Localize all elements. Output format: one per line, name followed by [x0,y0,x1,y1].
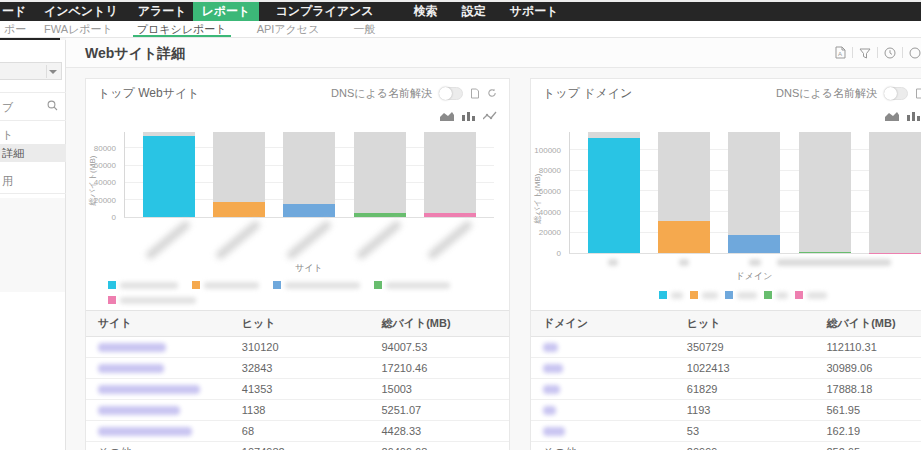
hits-value: 20999 [675,442,815,450]
top-nav-item-search[interactable]: 検索 [408,2,444,21]
area-chart-icon[interactable] [885,111,899,121]
top-nav-item-settings[interactable]: 設定 [456,2,492,21]
sub-nav-item-report[interactable]: ポート [0,21,28,37]
table-row: 11385251.07 [86,400,509,421]
panel-title: トップ ドメイン [543,85,632,102]
bar-domain-4[interactable] [799,132,851,253]
sidebar-item-2[interactable]: 用 [0,172,66,190]
hits-value: 41353 [230,379,370,400]
legend-swatch [108,296,116,304]
hits-value: 61829 [675,379,815,400]
domain-link-blurred[interactable] [543,427,565,436]
domain-link-blurred[interactable] [543,385,560,394]
domain-link-blurred[interactable] [543,364,563,373]
legend-item[interactable] [764,291,788,299]
domain-link-blurred[interactable] [543,406,556,415]
bytes-value: 162.19 [814,421,921,442]
legend-item[interactable] [273,281,360,289]
blurred-tick-label [777,259,891,266]
blurred-tick-label [215,220,262,261]
bar-domain-3[interactable] [728,132,780,253]
hits-value: 1138 [230,400,370,421]
sub-nav: ポート FWAレポート プロキシレポート APIアクセス 一般 [0,21,921,38]
line-chart-icon[interactable] [483,111,497,121]
bar-domain-1[interactable] [588,132,640,253]
y-axis-ticks: 020000400006000080000100000 [531,132,565,254]
legend-item[interactable] [795,291,827,299]
top-nav-item-compliance[interactable]: コンプライアンス [269,2,379,21]
domain-link-blurred[interactable] [543,343,558,352]
site-link-blurred[interactable] [98,364,164,373]
clock-icon[interactable] [884,47,896,59]
x-axis-label: ドメイン [569,270,921,283]
sub-nav-item-proxy-report[interactable]: プロキシレポート [133,21,231,37]
sub-nav-item-api-access[interactable]: APIアクセス [253,21,324,37]
sidebar-dropdown[interactable] [0,62,62,80]
panel-controls: DNSによる名前解決 [331,86,497,101]
bar-site-1[interactable] [143,132,195,217]
legend-item[interactable] [108,281,178,289]
area-chart-icon[interactable] [440,111,454,121]
top-nav-item-inventory[interactable]: インベントリ [38,2,124,21]
site-link-blurred[interactable] [98,343,166,352]
bar-chart-icon[interactable] [462,111,475,121]
site-link-blurred[interactable] [98,427,192,436]
bar-domain-5[interactable] [869,132,921,253]
blurred-tick-label [356,220,403,261]
column-header-site[interactable]: サイト [86,311,230,337]
pdf-export-icon[interactable]: A [834,46,846,59]
legend-item[interactable] [659,291,683,299]
legend-label-blurred [120,297,196,304]
legend-label-blurred [807,292,827,299]
top-nav-item-support[interactable]: サポート [504,2,565,21]
legend-item[interactable] [725,291,757,299]
column-header-bytes[interactable]: 総バイト(MB) [369,311,509,337]
top-nav-item-reports[interactable]: レポート [193,2,260,21]
refresh-icon[interactable] [487,88,497,98]
bar-chart-icon[interactable] [907,111,920,121]
search-icon[interactable] [47,100,58,113]
blurred-tick-label [608,259,618,266]
panel-title: トップ Webサイト [98,85,199,102]
bytes-value: 26406.68 [369,442,509,450]
column-header-hits[interactable]: ヒット [230,311,370,337]
sidebar-item-1[interactable]: ト [0,126,66,144]
top-nav-item-dashboard[interactable]: ード [2,2,26,21]
legend-label-blurred [120,282,178,289]
site-link-blurred[interactable] [98,385,200,394]
legend-item[interactable] [690,291,718,299]
chart-type-switcher [885,111,921,121]
chart-type-switcher [440,111,497,121]
bar-site-5[interactable] [424,132,476,217]
export-icon[interactable] [915,88,921,99]
legend-item[interactable] [108,296,196,304]
sidebar-item-website-details[interactable]: 詳細 [0,144,66,162]
bar-site-4[interactable] [354,132,406,217]
legend-swatch [273,281,281,289]
sub-nav-item-general[interactable]: 一般 [349,21,379,37]
legend-swatch [659,291,667,299]
legend-item[interactable] [374,281,450,289]
sub-nav-item-fwa-report[interactable]: FWAレポート [40,21,117,37]
page-title-bar: Webサイト詳細 A [66,38,921,68]
column-header-domain[interactable]: ドメイン [531,311,675,337]
filter-icon[interactable] [859,47,871,59]
export-icon[interactable] [470,88,480,99]
dns-resolve-toggle[interactable] [439,87,463,100]
column-header-hits[interactable]: ヒット [675,311,815,337]
hits-value: 310120 [230,337,370,358]
bar-domain-2[interactable] [658,132,710,253]
top-nav-item-alerts[interactable]: アラート [132,2,193,21]
hits-value: 68 [230,421,370,442]
bar-site-2[interactable] [213,132,265,217]
sidebar: ブ ト 詳細 用 [0,40,66,450]
legend-item[interactable] [192,281,259,289]
bar-site-3[interactable] [283,132,335,217]
dns-resolve-toggle[interactable] [884,87,908,100]
divider [0,92,66,93]
legend-swatch [764,291,772,299]
table-row: 53162.19 [531,421,921,442]
info-icon[interactable] [909,47,921,59]
site-link-blurred[interactable] [98,406,180,415]
column-header-bytes[interactable]: 総バイト(MB) [814,311,921,337]
